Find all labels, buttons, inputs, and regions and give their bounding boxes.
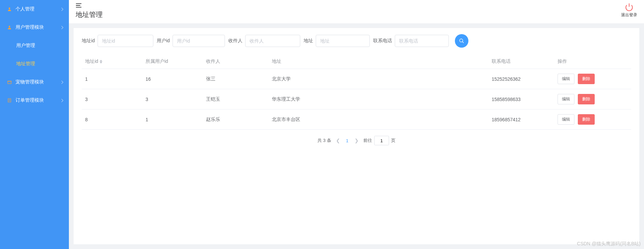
cell-phone: 18596857412: [488, 109, 554, 130]
sidebar: 个人管理 用户管理模块 用户管理 地址管理 宠物管理模块 订单管理模块: [0, 0, 69, 249]
address-table: 地址id 所属用户id 收件人 地址 联系电话 操作 1 16 张三 北京大学 …: [82, 54, 631, 130]
goto-input[interactable]: [374, 136, 389, 145]
svg-point-4: [460, 39, 463, 42]
filter-label-address-id: 地址id: [82, 38, 95, 44]
search-icon: [459, 38, 464, 44]
sidebar-item-label: 个人管理: [16, 6, 34, 12]
hamburger-icon[interactable]: [76, 3, 82, 8]
table-row: 1 16 张三 北京大学 15252526362 编辑 删除: [82, 69, 631, 89]
sidebar-item-label: 地址管理: [16, 61, 35, 67]
table-header-row: 地址id 所属用户id 收件人 地址 联系电话 操作: [82, 54, 631, 69]
table-row: 3 3 王铠玉 华东理工大学 15858598633 编辑 删除: [82, 89, 631, 109]
sidebar-item-address-mgmt[interactable]: 地址管理: [0, 55, 69, 73]
filter-label-user-id: 用户id: [157, 38, 170, 44]
cell-phone: 15858598633: [488, 89, 554, 109]
cell-address: 北京市丰台区: [268, 109, 488, 130]
filter-input-address-id[interactable]: [98, 35, 153, 47]
filter-bar: 地址id 用户id 收件人 地址 联系电话: [82, 34, 631, 48]
pagination-total: 共 3 条: [317, 138, 331, 144]
sidebar-item-label: 用户管理模块: [16, 24, 44, 30]
user-icon: [7, 25, 12, 30]
sidebar-item-order-module[interactable]: 订单管理模块: [0, 91, 69, 109]
col-actions: 操作: [554, 54, 631, 69]
page-prev[interactable]: ❮: [336, 138, 340, 143]
col-user-id: 所属用户id: [142, 54, 203, 69]
goto-prefix: 前往: [363, 138, 372, 144]
filter-input-address[interactable]: [316, 35, 370, 47]
svg-rect-2: [8, 81, 11, 84]
page-number[interactable]: 1: [345, 138, 350, 143]
cell-id: 1: [82, 69, 142, 89]
box-icon: [7, 79, 12, 85]
col-recipient: 收件人: [203, 54, 268, 69]
cell-id: 3: [82, 89, 142, 109]
user-icon: [7, 6, 12, 12]
svg-point-0: [9, 7, 10, 9]
search-button[interactable]: [455, 34, 468, 48]
cell-phone: 15252526362: [488, 69, 554, 89]
watermark: CSDN @猫头鹰源码(同名B站): [577, 241, 641, 247]
cell-address: 华东理工大学: [268, 89, 488, 109]
page-jump: 前往 页: [363, 136, 395, 145]
main-area: 地址管理 退出登录 地址id 用户id 收件人: [69, 0, 644, 249]
goto-suffix: 页: [391, 138, 395, 144]
sidebar-item-user-mgmt[interactable]: 用户管理: [0, 36, 69, 55]
filter-input-recipient[interactable]: [245, 35, 300, 47]
cell-user-id: 16: [142, 69, 203, 89]
cell-id: 8: [82, 109, 142, 130]
cell-recipient: 张三: [203, 69, 268, 89]
col-phone: 联系电话: [488, 54, 554, 69]
filter-input-phone[interactable]: [395, 35, 449, 47]
header: 地址管理 退出登录: [69, 0, 644, 23]
cell-recipient: 王铠玉: [203, 89, 268, 109]
sidebar-item-user-module[interactable]: 用户管理模块: [0, 18, 69, 36]
svg-point-1: [9, 26, 10, 27]
filter-input-user-id[interactable]: [173, 35, 225, 47]
page-title: 地址管理: [76, 10, 103, 19]
content-panel: 地址id 用户id 收件人 地址 联系电话: [74, 28, 639, 244]
logout-button[interactable]: 退出登录: [621, 3, 637, 18]
power-icon: [625, 3, 634, 11]
sidebar-item-pet-module[interactable]: 宠物管理模块: [0, 73, 69, 91]
filter-label-address: 地址: [304, 38, 313, 44]
cell-actions: 编辑 删除: [554, 69, 631, 89]
clipboard-icon: [7, 98, 12, 103]
cell-recipient: 赵乐乐: [203, 109, 268, 130]
table-row: 8 1 赵乐乐 北京市丰台区 18596857412 编辑 删除: [82, 109, 631, 130]
cell-user-id: 3: [142, 89, 203, 109]
logout-label: 退出登录: [621, 12, 637, 18]
cell-actions: 编辑 删除: [554, 89, 631, 109]
cell-address: 北京大学: [268, 69, 488, 89]
sort-icon: [100, 60, 102, 64]
sidebar-item-label: 宠物管理模块: [16, 79, 44, 85]
sidebar-item-personal[interactable]: 个人管理: [0, 0, 69, 18]
edit-button[interactable]: 编辑: [558, 114, 574, 125]
cell-user-id: 1: [142, 109, 203, 130]
pagination: 共 3 条 ❮ 1 ❯ 前往 页: [82, 136, 631, 145]
page-next[interactable]: ❯: [355, 138, 359, 143]
cell-actions: 编辑 删除: [554, 109, 631, 130]
filter-label-recipient: 收件人: [228, 38, 242, 44]
delete-button[interactable]: 删除: [578, 94, 595, 104]
edit-button[interactable]: 编辑: [558, 74, 574, 84]
col-address-id[interactable]: 地址id: [82, 54, 142, 69]
col-address: 地址: [268, 54, 488, 69]
delete-button[interactable]: 删除: [578, 114, 595, 125]
sidebar-item-label: 订单管理模块: [16, 97, 44, 103]
edit-button[interactable]: 编辑: [558, 94, 574, 104]
filter-label-phone: 联系电话: [373, 38, 392, 44]
delete-button[interactable]: 删除: [578, 74, 595, 84]
sidebar-item-label: 用户管理: [16, 43, 35, 49]
